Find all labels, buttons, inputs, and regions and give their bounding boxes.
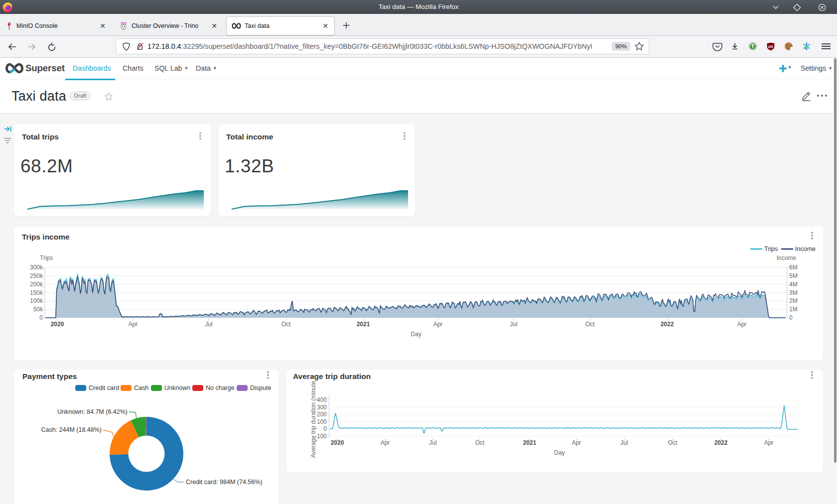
svg-text:Unknown: 84.7M (6.42%): Unknown: 84.7M (6.42%) xyxy=(57,408,128,415)
svg-text:1M: 1M xyxy=(789,306,798,313)
svg-text:Trips: Trips xyxy=(764,246,778,252)
svg-text:Cash: 244M (18.48%): Cash: 244M (18.48%) xyxy=(41,426,102,433)
svg-text:2M: 2M xyxy=(789,297,798,304)
svg-text:250k: 250k xyxy=(30,272,43,279)
svg-text:Apr: Apr xyxy=(433,321,443,328)
svg-text:0: 0 xyxy=(39,314,43,321)
svg-text:-100: -100 xyxy=(315,433,327,440)
svg-text:No charge: No charge xyxy=(206,384,235,391)
svg-text:100k: 100k xyxy=(30,297,43,304)
svg-text:Unknown: Unknown xyxy=(164,384,190,391)
svg-text:Cash: Cash xyxy=(134,384,148,391)
svg-text:0: 0 xyxy=(323,425,327,432)
svg-text:Apr: Apr xyxy=(737,321,747,328)
svg-text:3M: 3M xyxy=(789,289,798,296)
svg-text:6M: 6M xyxy=(789,264,798,271)
svg-text:200k: 200k xyxy=(30,281,43,288)
svg-text:uO: uO xyxy=(768,44,774,49)
svg-text:300k: 300k xyxy=(30,264,43,271)
svg-text:Day: Day xyxy=(411,331,421,338)
svg-text:400: 400 xyxy=(317,396,327,403)
svg-text:300: 300 xyxy=(317,404,327,411)
svg-text:Dispute: Dispute xyxy=(250,384,271,391)
svg-text:Income: Income xyxy=(777,254,797,261)
svg-text:Day: Day xyxy=(554,449,564,456)
svg-text:150k: 150k xyxy=(30,289,43,296)
svg-text:2020: 2020 xyxy=(51,321,64,328)
svg-text:2021: 2021 xyxy=(357,321,370,328)
svg-text:Jul: Jul xyxy=(205,321,212,328)
svg-text:50k: 50k xyxy=(33,306,43,313)
svg-text:100: 100 xyxy=(317,418,327,425)
svg-text:Apr: Apr xyxy=(129,321,138,328)
svg-text:4M: 4M xyxy=(789,281,798,288)
svg-text:Oct: Oct xyxy=(585,321,595,328)
svg-text:Trips: Trips xyxy=(40,254,53,261)
svg-text:2022: 2022 xyxy=(661,321,674,328)
svg-text:Oct: Oct xyxy=(281,321,291,328)
svg-text:5M: 5M xyxy=(789,272,798,279)
svg-text:Income: Income xyxy=(795,246,816,252)
svg-text:0: 0 xyxy=(789,314,793,321)
svg-text:200: 200 xyxy=(317,411,327,418)
svg-text:Jul: Jul xyxy=(510,321,517,328)
svg-text:Credit card: 984M (74.56%): Credit card: 984M (74.56%) xyxy=(186,479,263,486)
svg-text:Credit card: Credit card xyxy=(89,384,119,391)
svg-text:Average trip duration (minute: Average trip duration (minute xyxy=(310,380,317,458)
